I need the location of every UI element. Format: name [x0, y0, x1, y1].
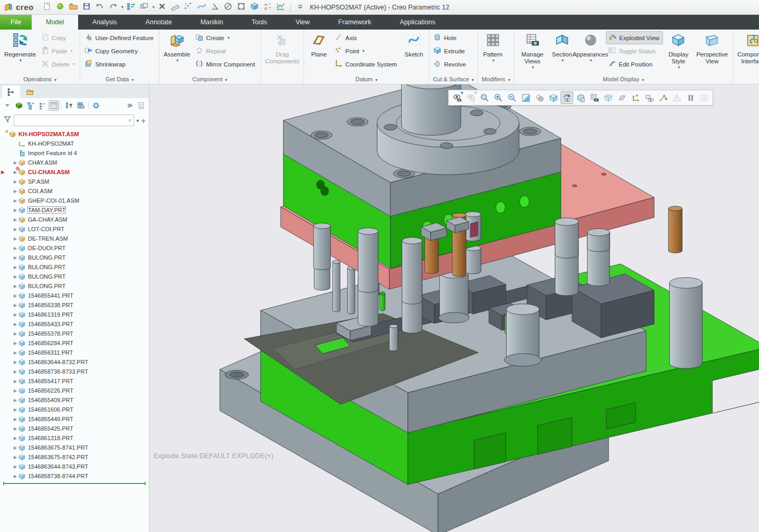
- undo-button[interactable]: [94, 2, 106, 13]
- manage-views-button[interactable]: Manage Views▾: [516, 31, 548, 70]
- windows-button[interactable]: [138, 2, 150, 13]
- exploded-view-button[interactable]: Exploded View: [606, 31, 663, 44]
- tree-item-sp-asm[interactable]: ▶ SP.ASM: [0, 177, 149, 186]
- tree-item-1546863644-8743-prt[interactable]: ▶ 1546863644-8743.PRT: [0, 462, 149, 471]
- pause-button[interactable]: [684, 91, 697, 104]
- tab-tools[interactable]: Tools: [238, 15, 281, 30]
- perspective-view-button[interactable]: Perspective View: [694, 31, 730, 65]
- tree-options-button[interactable]: [136, 100, 147, 111]
- tree-item-label[interactable]: DE-DUOI.PRT: [28, 245, 65, 251]
- tab-view[interactable]: View: [281, 15, 324, 30]
- tree-item-1546855425-prt[interactable]: ▶ 1546855425.PRT: [0, 424, 149, 433]
- zoom-in-button[interactable]: [492, 91, 505, 104]
- assemble-button[interactable]: Assemble▾: [162, 31, 193, 63]
- shrinkwrap-button[interactable]: Shrinkwrap: [82, 58, 157, 71]
- tree-filter-button[interactable]: [64, 100, 74, 111]
- group-label[interactable]: Datum ▾: [306, 75, 427, 84]
- tree-item-label[interactable]: 1546855409.PRT: [28, 397, 73, 403]
- dropdown-caret[interactable]: ▾: [20, 58, 22, 63]
- analysis-graph-button[interactable]: [275, 2, 287, 13]
- tree-item-1546863675-8741-prt[interactable]: ▶ 1546863675-8741.PRT: [0, 443, 149, 452]
- tree-item-ga-chay-asm[interactable]: ▶ GA-CHAY.ASM: [0, 215, 149, 224]
- expand-arrow-icon[interactable]: ▶: [13, 236, 18, 241]
- tree-item-1546858738-8744-prt[interactable]: ▶ 1546858738-8744.PRT: [0, 471, 149, 481]
- dropdown-caret[interactable]: ▾: [363, 49, 365, 53]
- expand-arrow-icon[interactable]: ▶: [13, 445, 18, 450]
- plane-button[interactable]: Plane: [306, 31, 331, 59]
- dropdown-caret[interactable]: ▾: [176, 58, 178, 63]
- group-label[interactable]: Get Data ▾: [82, 75, 157, 84]
- tree-item-label[interactable]: 1546855449.PRT: [28, 416, 73, 422]
- tree-item-label[interactable]: CHAY.ASM: [28, 159, 57, 166]
- expand-arrow-icon[interactable]: ▶: [13, 322, 18, 327]
- dropdown-caret[interactable]: ▾: [227, 35, 230, 40]
- tab-manikin[interactable]: Manikin: [186, 15, 238, 30]
- tree-item-label[interactable]: KH-HOPSO2MAT: [28, 140, 74, 147]
- tree-item-label[interactable]: 1546856338.PRT: [28, 302, 73, 308]
- dropdown-caret[interactable]: ▾: [121, 5, 124, 10]
- exploded-view-toggle-button[interactable]: [561, 91, 573, 104]
- expand-arrow-icon[interactable]: ▶: [13, 160, 18, 165]
- tree-item-de-duoi-prt[interactable]: ▶ DE-DUOI.PRT: [0, 243, 149, 253]
- expand-arrow-icon[interactable]: ▶: [13, 303, 18, 308]
- copy-geometry-button[interactable]: Copy Geometry: [82, 44, 157, 58]
- search-options-caret[interactable]: ▾: [136, 118, 139, 124]
- axis-button[interactable]: Axis: [333, 31, 400, 44]
- shading-options-button[interactable]: [533, 91, 546, 104]
- expand-arrow-icon[interactable]: ▶: [13, 246, 18, 251]
- dropdown-caret[interactable]: ▾: [71, 49, 73, 53]
- tree-item-de-tren-asm[interactable]: ▶ DE-TREN.ASM: [0, 234, 149, 243]
- tree-item-1546863675-8742-prt[interactable]: ▶ 1546863675-8742.PRT: [0, 452, 149, 462]
- tree-item-label[interactable]: BULONG.PRT: [28, 283, 65, 289]
- pattern-button[interactable]: Pattern▾: [480, 31, 506, 63]
- measure-angle-button[interactable]: [209, 2, 221, 13]
- sketch-button[interactable]: Sketch: [401, 31, 426, 59]
- dropdown-caret[interactable]: ▾: [532, 65, 534, 70]
- tree-item-label[interactable]: 1546856311.PRT: [28, 349, 73, 356]
- dropdown-caret[interactable]: ▾: [678, 65, 680, 70]
- tab-file[interactable]: File: [0, 15, 32, 30]
- tree-item-label[interactable]: 1546863644-8732.PRT: [28, 359, 88, 365]
- tree-item-coi-asm[interactable]: ▶ COI.ASM: [0, 186, 149, 196]
- model-cube-button[interactable]: [14, 100, 24, 111]
- dropdown-caret[interactable]: ▾: [590, 58, 592, 63]
- expand-arrow-icon[interactable]: ▶: [13, 312, 18, 317]
- tree-item-label[interactable]: GHEP-COI-01.ASM: [28, 197, 79, 204]
- tree-item-label[interactable]: 1546851606.PRT: [28, 406, 73, 413]
- expand-arrow-icon[interactable]: ▶: [13, 274, 18, 279]
- tree-item-label[interactable]: CU-CHAN.ASM: [28, 169, 70, 175]
- expand-arrow-icon[interactable]: ▶: [13, 208, 18, 213]
- overflow-chevrons-button[interactable]: [125, 100, 135, 111]
- regenerate-button[interactable]: Regenerate▾: [2, 31, 38, 63]
- tree-item-1546861318-prt[interactable]: ▶ 1546861318.PRT: [0, 433, 149, 443]
- tree-item-label[interactable]: 1546863644-8743.PRT: [28, 463, 88, 470]
- tree-item-label[interactable]: 1546863675-8742.PRT: [28, 454, 88, 460]
- dropdown-caret[interactable]: ▾: [72, 62, 74, 66]
- expand-arrow-icon[interactable]: ▶: [13, 217, 18, 222]
- tree-item-label[interactable]: 1546855417.PRT: [28, 378, 73, 384]
- expand-arrow-icon[interactable]: ▶: [13, 417, 18, 422]
- expand-arrow-icon[interactable]: ▶: [13, 265, 18, 270]
- expand-arrow-icon[interactable]: ▶: [13, 398, 18, 403]
- dropdown-caret[interactable]: ▾: [153, 5, 155, 10]
- tab-framework[interactable]: Framework: [324, 15, 386, 30]
- tree-item-1546856226-prt[interactable]: ▶ 1546856226.PRT: [0, 386, 149, 395]
- user-defined-feature-button[interactable]: User-Defined Feature: [82, 31, 157, 44]
- tab-analysis[interactable]: Analysis: [78, 15, 131, 30]
- create-button[interactable]: Create▾: [193, 31, 258, 44]
- expand-arrow-icon[interactable]: ▶: [13, 189, 18, 194]
- tree-item-1546856338-prt[interactable]: ▶ 1546856338.PRT: [0, 300, 149, 310]
- section-button[interactable]: Section▾: [549, 31, 575, 63]
- view-snapshot-button[interactable]: [588, 91, 601, 104]
- tree-item-1546856284-prt[interactable]: ▶ 1546856284.PRT: [0, 338, 149, 348]
- tree-item-1546861319-prt[interactable]: ▶ 1546861319.PRT: [0, 310, 149, 319]
- expand-arrow-icon[interactable]: ▶: [13, 388, 18, 393]
- expand-arrow-icon[interactable]: ▶: [13, 379, 18, 384]
- tree-item-label[interactable]: BULONG.PRT: [28, 264, 65, 270]
- curve-analysis-button[interactable]: [196, 2, 207, 13]
- tree-item-label[interactable]: Import Feature id 4: [28, 150, 77, 156]
- refit-button[interactable]: [235, 2, 247, 13]
- tree-item-tam-day-prt[interactable]: ▶ TAM-DAY.PRT: [0, 205, 149, 215]
- edit-position-button[interactable]: yxEdit Position: [606, 58, 663, 71]
- regenerate-quick-button[interactable]: [125, 2, 137, 13]
